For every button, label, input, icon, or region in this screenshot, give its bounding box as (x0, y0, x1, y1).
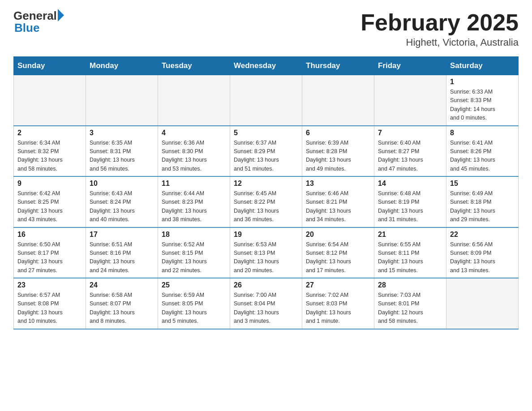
calendar-cell: 8Sunrise: 6:41 AM Sunset: 8:26 PM Daylig… (446, 126, 519, 177)
day-info: Sunrise: 6:59 AM Sunset: 8:05 PM Dayligh… (162, 291, 226, 326)
calendar-cell: 15Sunrise: 6:49 AM Sunset: 8:18 PM Dayli… (446, 176, 519, 227)
day-info: Sunrise: 6:49 AM Sunset: 8:18 PM Dayligh… (450, 189, 515, 224)
day-number: 22 (450, 231, 515, 239)
day-info: Sunrise: 6:34 AM Sunset: 8:32 PM Dayligh… (17, 139, 82, 174)
week-row-4: 16Sunrise: 6:50 AM Sunset: 8:17 PM Dayli… (14, 227, 519, 278)
column-header-tuesday: Tuesday (158, 57, 230, 75)
page-header: General Blue February 2025 Highett, Vict… (13, 9, 519, 48)
calendar-cell: 12Sunrise: 6:45 AM Sunset: 8:22 PM Dayli… (230, 176, 302, 227)
calendar-cell: 17Sunrise: 6:51 AM Sunset: 8:16 PM Dayli… (86, 227, 158, 278)
day-info: Sunrise: 6:41 AM Sunset: 8:26 PM Dayligh… (450, 139, 515, 174)
calendar-cell: 20Sunrise: 6:54 AM Sunset: 8:12 PM Dayli… (302, 227, 374, 278)
calendar-cell: 16Sunrise: 6:50 AM Sunset: 8:17 PM Dayli… (14, 227, 86, 278)
logo-arrow-icon (58, 9, 64, 21)
column-header-friday: Friday (374, 57, 446, 75)
week-row-2: 2Sunrise: 6:34 AM Sunset: 8:32 PM Daylig… (14, 126, 519, 177)
day-number: 26 (234, 281, 298, 289)
day-number: 14 (378, 180, 442, 188)
calendar-cell: 18Sunrise: 6:52 AM Sunset: 8:15 PM Dayli… (158, 227, 230, 278)
calendar-cell: 10Sunrise: 6:43 AM Sunset: 8:24 PM Dayli… (86, 176, 158, 227)
calendar-cell: 21Sunrise: 6:55 AM Sunset: 8:11 PM Dayli… (374, 227, 446, 278)
day-info: Sunrise: 6:54 AM Sunset: 8:12 PM Dayligh… (306, 240, 370, 275)
day-info: Sunrise: 6:45 AM Sunset: 8:22 PM Dayligh… (234, 189, 298, 224)
day-info: Sunrise: 6:48 AM Sunset: 8:19 PM Dayligh… (378, 189, 442, 224)
day-number: 18 (162, 231, 226, 239)
day-info: Sunrise: 6:52 AM Sunset: 8:15 PM Dayligh… (162, 240, 226, 275)
week-row-5: 23Sunrise: 6:57 AM Sunset: 8:08 PM Dayli… (14, 278, 519, 329)
day-info: Sunrise: 6:42 AM Sunset: 8:25 PM Dayligh… (17, 189, 82, 224)
column-header-thursday: Thursday (302, 57, 374, 75)
day-number: 4 (162, 129, 226, 137)
day-info: Sunrise: 6:46 AM Sunset: 8:21 PM Dayligh… (306, 189, 370, 224)
calendar-cell: 27Sunrise: 7:02 AM Sunset: 8:03 PM Dayli… (302, 278, 374, 329)
day-number: 25 (162, 281, 226, 289)
day-number: 2 (17, 129, 82, 137)
calendar-cell (302, 75, 374, 126)
calendar-cell: 24Sunrise: 6:58 AM Sunset: 8:07 PM Dayli… (86, 278, 158, 329)
day-number: 13 (306, 180, 370, 188)
calendar-title: February 2025 (360, 9, 519, 36)
calendar-cell (86, 75, 158, 126)
calendar-subtitle: Highett, Victoria, Australia (360, 37, 519, 48)
column-header-monday: Monday (86, 57, 158, 75)
day-number: 3 (90, 129, 154, 137)
column-header-sunday: Sunday (14, 57, 86, 75)
calendar-cell: 5Sunrise: 6:37 AM Sunset: 8:29 PM Daylig… (230, 126, 302, 177)
logo-blue-text: Blue (14, 21, 39, 35)
header-row: SundayMondayTuesdayWednesdayThursdayFrid… (14, 57, 519, 75)
day-number: 15 (450, 180, 515, 188)
day-info: Sunrise: 6:56 AM Sunset: 8:09 PM Dayligh… (450, 240, 515, 275)
column-header-wednesday: Wednesday (230, 57, 302, 75)
day-number: 16 (17, 231, 82, 239)
calendar-cell: 11Sunrise: 6:44 AM Sunset: 8:23 PM Dayli… (158, 176, 230, 227)
day-number: 12 (234, 180, 298, 188)
calendar-cell (446, 278, 519, 329)
calendar-cell (230, 75, 302, 126)
day-number: 19 (234, 231, 298, 239)
day-info: Sunrise: 6:44 AM Sunset: 8:23 PM Dayligh… (162, 189, 226, 224)
day-info: Sunrise: 6:51 AM Sunset: 8:16 PM Dayligh… (90, 240, 154, 275)
week-row-1: 1Sunrise: 6:33 AM Sunset: 8:33 PM Daylig… (14, 75, 519, 126)
calendar-cell: 28Sunrise: 7:03 AM Sunset: 8:01 PM Dayli… (374, 278, 446, 329)
day-info: Sunrise: 6:35 AM Sunset: 8:31 PM Dayligh… (90, 139, 154, 174)
day-info: Sunrise: 6:58 AM Sunset: 8:07 PM Dayligh… (90, 291, 154, 326)
calendar-cell: 2Sunrise: 6:34 AM Sunset: 8:32 PM Daylig… (14, 126, 86, 177)
calendar-cell: 14Sunrise: 6:48 AM Sunset: 8:19 PM Dayli… (374, 176, 446, 227)
day-info: Sunrise: 6:55 AM Sunset: 8:11 PM Dayligh… (378, 240, 442, 275)
calendar-cell: 26Sunrise: 7:00 AM Sunset: 8:04 PM Dayli… (230, 278, 302, 329)
day-info: Sunrise: 6:36 AM Sunset: 8:30 PM Dayligh… (162, 139, 226, 174)
day-number: 27 (306, 281, 370, 289)
day-number: 20 (306, 231, 370, 239)
logo: General Blue (13, 9, 64, 35)
day-number: 11 (162, 180, 226, 188)
day-info: Sunrise: 6:57 AM Sunset: 8:08 PM Dayligh… (17, 291, 82, 326)
day-number: 6 (306, 129, 370, 137)
title-area: February 2025 Highett, Victoria, Austral… (360, 9, 519, 48)
week-row-3: 9Sunrise: 6:42 AM Sunset: 8:25 PM Daylig… (14, 176, 519, 227)
calendar-cell: 4Sunrise: 6:36 AM Sunset: 8:30 PM Daylig… (158, 126, 230, 177)
day-number: 17 (90, 231, 154, 239)
day-number: 24 (90, 281, 154, 289)
calendar-cell: 13Sunrise: 6:46 AM Sunset: 8:21 PM Dayli… (302, 176, 374, 227)
day-info: Sunrise: 6:37 AM Sunset: 8:29 PM Dayligh… (234, 139, 298, 174)
calendar-cell: 9Sunrise: 6:42 AM Sunset: 8:25 PM Daylig… (14, 176, 86, 227)
day-info: Sunrise: 7:02 AM Sunset: 8:03 PM Dayligh… (306, 291, 370, 326)
calendar-cell: 23Sunrise: 6:57 AM Sunset: 8:08 PM Dayli… (14, 278, 86, 329)
day-info: Sunrise: 6:53 AM Sunset: 8:13 PM Dayligh… (234, 240, 298, 275)
calendar-cell (158, 75, 230, 126)
day-number: 5 (234, 129, 298, 137)
day-info: Sunrise: 6:50 AM Sunset: 8:17 PM Dayligh… (17, 240, 82, 275)
day-number: 7 (378, 129, 442, 137)
calendar-cell: 25Sunrise: 6:59 AM Sunset: 8:05 PM Dayli… (158, 278, 230, 329)
day-info: Sunrise: 7:00 AM Sunset: 8:04 PM Dayligh… (234, 291, 298, 326)
day-number: 28 (378, 281, 442, 289)
day-info: Sunrise: 6:43 AM Sunset: 8:24 PM Dayligh… (90, 189, 154, 224)
day-info: Sunrise: 6:39 AM Sunset: 8:28 PM Dayligh… (306, 139, 370, 174)
column-header-saturday: Saturday (446, 57, 519, 75)
day-number: 23 (17, 281, 82, 289)
day-number: 8 (450, 129, 515, 137)
calendar-cell: 6Sunrise: 6:39 AM Sunset: 8:28 PM Daylig… (302, 126, 374, 177)
calendar-cell: 3Sunrise: 6:35 AM Sunset: 8:31 PM Daylig… (86, 126, 158, 177)
calendar-cell (374, 75, 446, 126)
calendar-cell: 22Sunrise: 6:56 AM Sunset: 8:09 PM Dayli… (446, 227, 519, 278)
